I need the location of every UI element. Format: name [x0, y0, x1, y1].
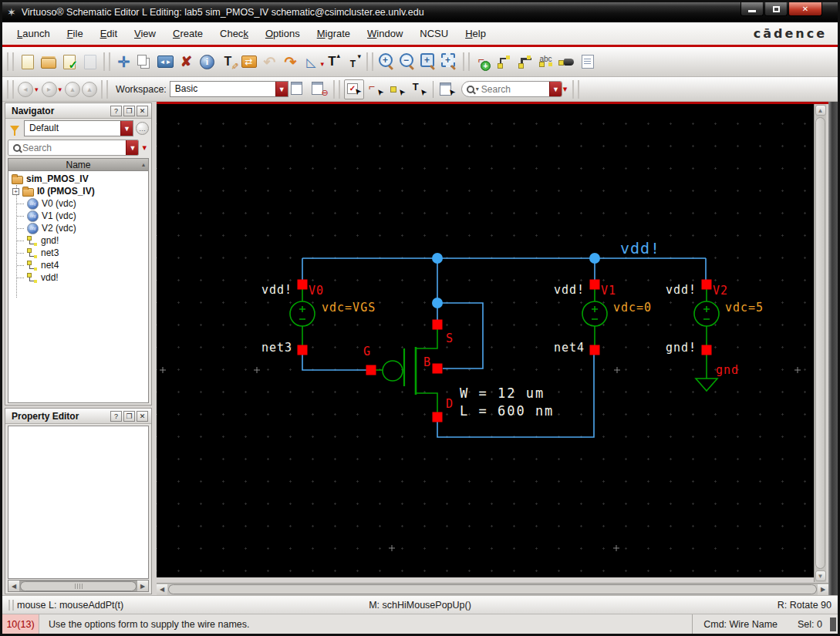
v0-name-label[interactable]: V0 — [309, 284, 324, 298]
minimize-button[interactable] — [740, 2, 764, 16]
navigator-title-bar[interactable]: Navigator ? ❐ ✕ — [5, 103, 151, 119]
v1-name-label[interactable]: V1 — [601, 284, 616, 298]
scroll-right-arrow[interactable]: ▶ — [818, 584, 828, 595]
zoom-in-button[interactable] — [376, 52, 397, 72]
scroll-down-arrow[interactable]: ▼ — [815, 570, 826, 581]
create-pin-button[interactable] — [556, 52, 577, 72]
navigator-search-dropdown-button[interactable]: ▼ — [126, 140, 138, 155]
tree-item-v2-vdc-[interactable]: objV2 (vdc) — [8, 222, 148, 234]
menu-launch[interactable]: Launch — [8, 25, 59, 42]
close-button[interactable]: ✕ — [788, 2, 822, 16]
search-history-caret-icon[interactable]: ▾ — [563, 84, 568, 94]
v2-top-net-label[interactable]: vdd! — [666, 283, 697, 297]
partial-select-mode-button[interactable] — [366, 79, 386, 99]
menu-edit[interactable]: Edit — [92, 25, 126, 42]
menu-migrate[interactable]: Migrate — [309, 25, 359, 42]
mosfet-length-label[interactable]: L = 600 nm — [460, 403, 554, 419]
forward-button-caret-icon[interactable]: ▾ — [59, 86, 62, 93]
back-button-caret-icon[interactable]: ▾ — [35, 86, 39, 93]
undo-button[interactable] — [259, 52, 280, 72]
zoom-fit-button[interactable] — [418, 52, 439, 72]
tree-item-sim-pmos-iv[interactable]: sim_PMOS_IV — [8, 173, 148, 185]
top-button[interactable]: ▴ — [82, 82, 97, 97]
scroll-thumb[interactable] — [815, 117, 825, 569]
create-note-button[interactable] — [577, 52, 598, 72]
zoom-to-area-button[interactable] — [439, 52, 460, 72]
property-editor-help-button[interactable]: ? — [110, 411, 122, 422]
schematic-drawing[interactable]: vdd! vdd! V0 vdc=VGS net3 vdd! V1 vdc=0 … — [157, 104, 814, 577]
scroll-left-arrow[interactable]: ◀ — [8, 580, 19, 591]
stretch-button[interactable] — [155, 52, 176, 72]
new-file-button[interactable] — [17, 52, 38, 72]
v0-value-label[interactable]: vdc=VGS — [322, 301, 376, 315]
property-editor-title-bar[interactable]: Property Editor ? ❐ ✕ — [5, 409, 151, 424]
toolbar-search-input[interactable] — [481, 84, 549, 95]
pmos-transistor[interactable] — [375, 328, 437, 422]
tree-item-v0-vdc-[interactable]: objV0 (vdc) — [8, 197, 148, 210]
open-button[interactable] — [38, 52, 59, 72]
v1-value-label[interactable]: vdc=0 — [613, 301, 652, 315]
tree-expander[interactable]: + — [12, 188, 19, 195]
menu-help[interactable]: Help — [457, 25, 494, 42]
vdd-rail-label[interactable]: vdd! — [620, 239, 660, 257]
up-button[interactable]: ▴ — [65, 82, 80, 97]
scroll-right-arrow[interactable]: ▶ — [137, 580, 148, 591]
property-editor-hscrollbar[interactable]: ◀ ▶ — [8, 580, 149, 592]
tree-column-header[interactable]: Name ▴ — [8, 158, 149, 171]
tree-item-net4[interactable]: net4 — [8, 259, 148, 271]
resize-grip[interactable] — [830, 617, 836, 631]
v0-bottom-net-label[interactable]: net3 — [261, 341, 292, 355]
menu-ncsu[interactable]: NCSU — [411, 25, 457, 42]
redo-button[interactable] — [280, 52, 301, 72]
title-bar[interactable]: ✶ Virtuoso® Schematic Editor L Editing: … — [2, 2, 838, 22]
navigator-search-caret-icon[interactable]: ▾ — [142, 143, 147, 153]
scroll-thumb[interactable] — [20, 581, 137, 591]
select-mode-button[interactable] — [344, 79, 364, 99]
gnd-symbol-label[interactable]: gnd — [716, 363, 739, 377]
drain-pin-label[interactable]: D — [446, 397, 454, 411]
ascend-button[interactable] — [322, 52, 342, 72]
create-wire-button[interactable] — [494, 52, 514, 72]
tree-item-gnd-[interactable]: gnd! — [8, 234, 148, 247]
navigator-close-button[interactable]: ✕ — [137, 106, 148, 116]
bulk-pin-label[interactable]: B — [423, 355, 431, 369]
v1-bottom-net-label[interactable]: net4 — [554, 341, 585, 355]
gate-pin-label[interactable]: G — [363, 345, 371, 358]
workspace-dropdown-button[interactable]: ▼ — [275, 82, 288, 96]
message-count-badge[interactable]: 10(13) — [2, 614, 39, 634]
filter-dropdown-button[interactable]: ▼ — [120, 121, 133, 136]
probe-select-mode-button[interactable] — [387, 79, 407, 99]
search-scope-caret-icon[interactable]: ▾ — [476, 86, 479, 93]
menu-file[interactable]: File — [59, 25, 92, 42]
v0-top-net-label[interactable]: vdd! — [261, 283, 292, 297]
navigator-help-button[interactable]: ? — [110, 106, 122, 116]
property-editor-close-button[interactable]: ✕ — [137, 411, 148, 422]
tree-item-v1-vdc-[interactable]: objV1 (vdc) — [8, 210, 148, 222]
create-wire-name-button[interactable] — [535, 52, 556, 72]
v1-top-net-label[interactable]: vdd! — [554, 283, 585, 297]
scroll-up-arrow[interactable]: ▲ — [815, 105, 826, 116]
create-instance-button[interactable] — [473, 52, 494, 72]
navigator-filter-combo[interactable]: Default ▼ — [24, 120, 133, 136]
schematic-canvas[interactable]: vdd! vdd! V0 vdc=VGS net3 vdd! V1 vdc=0 … — [157, 104, 814, 577]
workspace-combo[interactable]: Basic ▼ — [170, 81, 288, 97]
scroll-left-arrow[interactable]: ◀ — [157, 584, 167, 595]
navigator-search-input[interactable] — [22, 143, 126, 153]
scroll-thumb[interactable] — [168, 584, 817, 594]
toolbar-search-box[interactable]: ▾ ▼ — [461, 81, 562, 97]
forward-button[interactable]: ▸ — [42, 82, 57, 97]
text-select-mode-button[interactable] — [409, 79, 429, 99]
source-pin-label[interactable]: S — [446, 331, 454, 345]
repeat-button[interactable] — [238, 52, 259, 72]
zoom-out-button[interactable] — [397, 52, 418, 72]
maximize-button[interactable] — [764, 2, 788, 16]
canvas-hscrollbar[interactable]: ◀ ▶ — [157, 583, 828, 595]
check-and-save-button[interactable] — [59, 52, 79, 72]
back-button[interactable]: ◂ — [18, 82, 33, 97]
property-editor-float-button[interactable]: ❐ — [123, 411, 135, 422]
navigator-search-box[interactable]: ▼ — [8, 140, 139, 156]
canvas-vscrollbar[interactable]: ▲ ▼ — [814, 104, 826, 582]
options-form-button[interactable] — [437, 79, 457, 99]
menu-window[interactable]: Window — [359, 25, 411, 42]
move-button[interactable] — [113, 52, 134, 72]
